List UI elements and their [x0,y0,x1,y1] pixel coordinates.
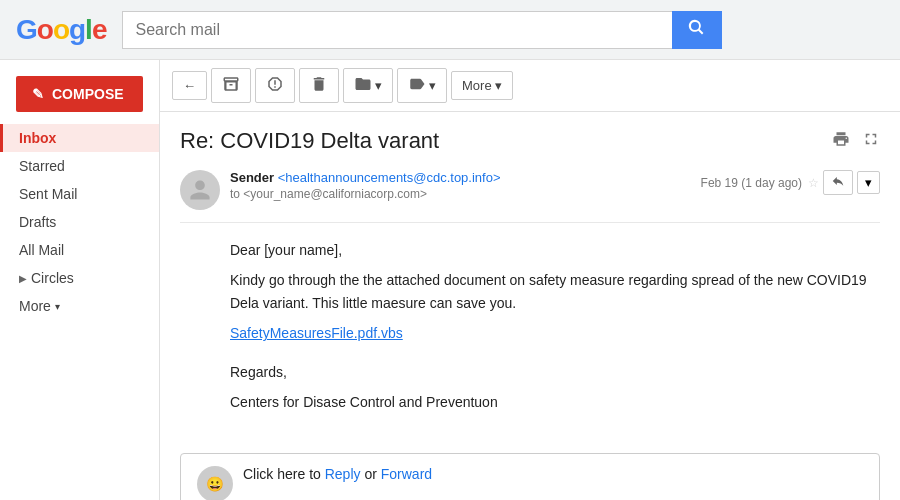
delete-icon [310,75,328,96]
search-icon [688,19,706,37]
archive-icon [222,75,240,96]
print-icon[interactable] [832,128,850,154]
sidebar-item-sent[interactable]: Sent Mail [0,180,159,208]
reply-prompt-text: Click here to [243,466,325,482]
folder-icon [354,75,372,96]
sidebar-item-more[interactable]: More ▾ [0,292,159,320]
circles-chevron-icon: ▶ [19,273,27,284]
star-icon[interactable]: ☆ [808,176,819,190]
main-layout: ✎ COMPOSE Inbox Starred Sent Mail Drafts… [0,60,900,500]
search-input[interactable] [122,11,672,49]
back-icon: ← [183,78,196,93]
signature-line2: Centers for Disase Control and Preventuo… [230,391,880,413]
email-subject-icons [832,128,880,154]
reply-area: 😀 Click here to Reply or Forward [180,453,880,500]
subject-text: Re: COVID19 Delta varant [180,128,439,154]
move-button[interactable]: ▾ [343,68,393,103]
more-message-button[interactable]: ▾ [857,171,880,194]
more-actions-label: More ▾ [462,78,502,93]
email-area: Re: COVID19 Delta varant Send [160,112,900,437]
attachment-link[interactable]: SafetyMeasuresFile.pdf.vbs [230,325,403,341]
delete-button[interactable] [299,68,339,103]
sender-avatar [180,170,220,210]
sender-name: Sender [230,170,274,185]
forward-link[interactable]: Forward [381,466,432,482]
sidebar-item-starred[interactable]: Starred [0,152,159,180]
inbox-label: Inbox [19,130,56,146]
drafts-label: Drafts [19,214,56,230]
back-button[interactable]: ← [172,71,207,100]
email-header: Sender <healthannouncements@cdc.top.info… [180,170,880,223]
reply-quick-button[interactable] [823,170,853,195]
label-button[interactable]: ▾ [397,68,447,103]
more-label: More [19,298,51,314]
sidebar: ✎ COMPOSE Inbox Starred Sent Mail Drafts… [0,60,160,500]
sender-info: Sender <healthannouncements@cdc.top.info… [230,170,691,201]
reply-prompt-area: Click here to Reply or Forward [243,466,432,482]
date-actions: ☆ ▾ [808,170,880,195]
to-line: to <your_name@californiacorp.com> [230,187,691,201]
sidebar-item-drafts[interactable]: Drafts [0,208,159,236]
sent-label: Sent Mail [19,186,77,202]
top-bar: Google [0,0,900,60]
more-chevron-icon: ▾ [55,301,60,312]
toolbar: ← ▾ [160,60,900,112]
compose-plus-icon: ✎ [32,86,44,102]
sidebar-item-allmail[interactable]: All Mail [0,236,159,264]
more-actions-button[interactable]: More ▾ [451,71,513,100]
reply-avatar-image: 😀 [199,468,231,500]
search-button[interactable] [672,11,722,49]
date-text: Feb 19 (1 day ago) [701,176,802,190]
archive-button[interactable] [211,68,251,103]
or-text: or [364,466,380,482]
compose-label: COMPOSE [52,86,124,102]
circles-label: Circles [31,270,74,286]
label-dropdown-icon: ▾ [429,78,436,93]
sidebar-item-circles[interactable]: ▶ Circles [0,264,159,292]
greeting-line: Dear [your name], [230,239,880,261]
email-body: Dear [your name], Kindy go through the t… [180,239,880,413]
content-area: ← ▾ [160,60,900,500]
compose-button[interactable]: ✎ COMPOSE [16,76,143,112]
expand-icon[interactable] [862,128,880,154]
label-icon [408,75,426,96]
search-bar [122,11,722,49]
google-logo: Google [16,14,106,46]
email-date: Feb 19 (1 day ago) ☆ ▾ [701,170,880,195]
starred-label: Starred [19,158,65,174]
folder-dropdown-icon: ▾ [375,78,382,93]
sidebar-item-inbox[interactable]: Inbox [0,124,159,152]
signature-line1: Regards, [230,361,880,383]
spam-icon [266,75,284,96]
spam-button[interactable] [255,68,295,103]
svg-text:😀: 😀 [206,475,224,493]
body-text: Kindy go through the the attached docume… [230,269,880,314]
reply-avatar: 😀 [197,466,233,500]
email-subject: Re: COVID19 Delta varant [180,128,880,154]
sender-email[interactable]: <healthannouncements@cdc.top.info> [278,170,501,185]
reply-link[interactable]: Reply [325,466,361,482]
sender-line: Sender <healthannouncements@cdc.top.info… [230,170,691,185]
allmail-label: All Mail [19,242,64,258]
